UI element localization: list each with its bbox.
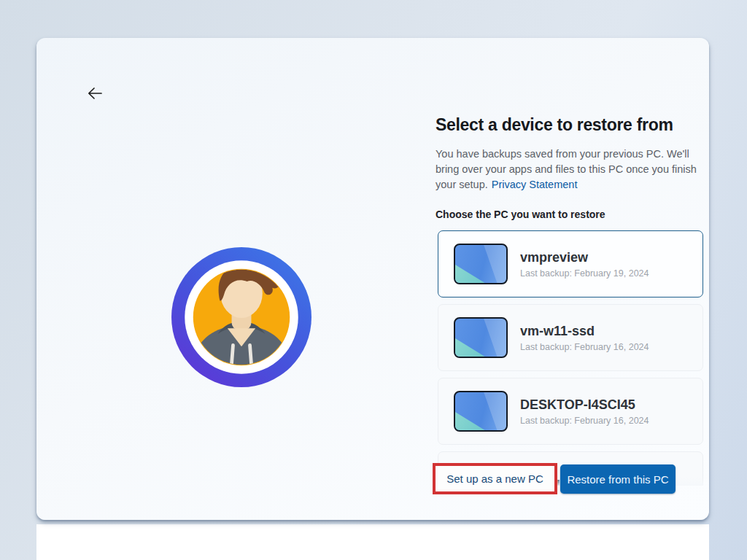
oobe-dialog: Select a device to restore from You have… [36,38,709,520]
page-background-strip [36,524,709,560]
avatar-illustration-icon [171,247,311,387]
device-last-backup: Last backup: February 16, 2024 [520,416,649,426]
device-card-vmpreview[interactable]: vmpreview Last backup: February 19, 2024 [438,230,703,298]
device-list: vmpreview Last backup: February 19, 2024… [438,230,703,486]
pc-thumbnail-icon [454,391,508,432]
restore-from-pc-button[interactable]: Restore from this PC [560,464,676,494]
restore-panel: Select a device to restore from You have… [436,114,714,486]
device-last-backup: Last backup: February 19, 2024 [520,268,649,279]
device-last-backup: Last backup: February 16, 2024 [520,342,649,352]
annotation-highlight-box: Set up as a new PC [433,463,557,494]
device-card-vm-w11-ssd[interactable]: vm-w11-ssd Last backup: February 16, 202… [438,304,703,371]
device-name: vmpreview [520,249,649,265]
description-text: You have backups saved from your previou… [436,147,714,192]
device-list-label: Choose the PC you want to restore [436,208,714,221]
back-arrow-icon [85,85,104,102]
user-avatar [171,247,311,387]
setup-new-pc-button[interactable]: Set up as a new PC [436,466,554,491]
device-card-desktop-i4sci45[interactable]: DESKTOP-I4SCI45 Last backup: February 16… [438,378,703,445]
pc-thumbnail-icon [454,317,508,358]
device-name: DESKTOP-I4SCI45 [520,397,649,413]
pc-thumbnail-icon [454,244,508,284]
device-name: vm-w11-ssd [520,323,649,339]
page-title: Select a device to restore from [436,114,714,136]
privacy-statement-link[interactable]: Privacy Statement [492,179,578,190]
back-button[interactable] [83,83,107,105]
